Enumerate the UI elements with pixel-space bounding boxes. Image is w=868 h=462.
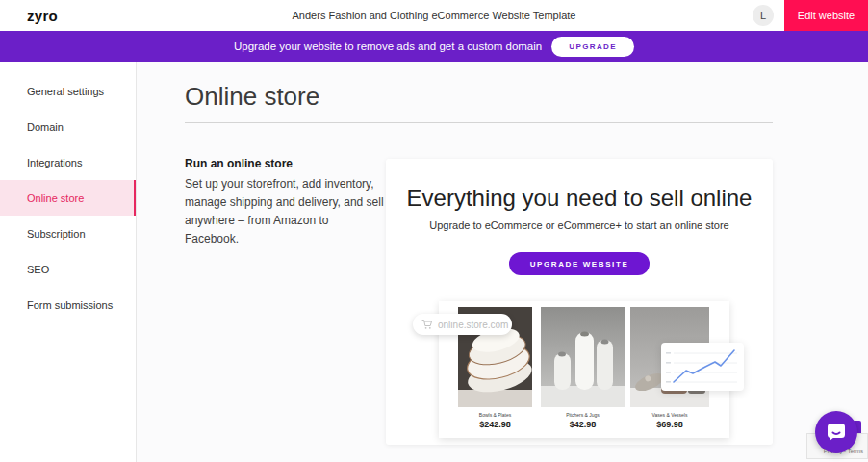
title-divider — [185, 122, 773, 123]
sidebar-item-seo[interactable]: SEO — [0, 251, 136, 287]
live-chat-button[interactable] — [815, 411, 857, 453]
upgrade-website-button[interactable]: UPGRADE WEBSITE — [509, 252, 651, 275]
sidebar-item-integrations[interactable]: Integrations — [0, 144, 136, 180]
line-chart-illustration — [661, 343, 744, 391]
sales-chart-card — [661, 343, 744, 391]
product-image-pitchers-and-jugs — [541, 307, 625, 407]
product-price: $69.98 — [630, 420, 709, 429]
upsell-subheading: Upgrade to eCommerce or eCommerce+ to st… — [386, 219, 773, 231]
sidebar-item-subscription[interactable]: Subscription — [0, 216, 136, 251]
run-online-store-description: Set up your storefront, add inventory, m… — [185, 175, 385, 248]
product-name: Bowls & Plates — [458, 412, 532, 418]
product-price: $42.98 — [541, 420, 625, 429]
product-card-pitchers: Pitchers & Jugs $42.98 — [541, 307, 625, 429]
sidebar-item-online-store[interactable]: Online store — [0, 180, 136, 216]
upsell-heading: Everything you need to sell online — [386, 185, 773, 212]
page-title: Online store — [185, 82, 319, 112]
top-bar: zyro Anders Fashion and Clothing eCommer… — [0, 0, 868, 31]
product-name: Pitchers & Jugs — [541, 412, 625, 418]
settings-sidebar: General settings Domain Integrations Onl… — [0, 62, 137, 462]
run-online-store-heading: Run an online store — [185, 157, 293, 170]
product-name: Vases & Vessels — [630, 412, 709, 418]
sidebar-item-domain[interactable]: Domain — [0, 109, 136, 144]
website-template-title: Anders Fashion and Clothing eCommerce We… — [0, 10, 868, 21]
ecommerce-upsell-card: Everything you need to sell online Upgra… — [386, 159, 773, 445]
user-avatar[interactable]: L — [753, 5, 774, 26]
banner-upgrade-button[interactable]: UPGRADE — [551, 37, 634, 57]
store-url-pill: online.store.com — [413, 314, 512, 335]
shopping-cart-icon — [421, 319, 433, 330]
store-url-text: online.store.com — [438, 320, 508, 330]
upgrade-banner: Upgrade your website to remove ads and g… — [0, 31, 868, 62]
upgrade-banner-message: Upgrade your website to remove ads and g… — [234, 40, 542, 52]
product-price: $242.98 — [458, 420, 532, 429]
edit-website-button[interactable]: Edit website — [784, 0, 868, 31]
app-window: zyro Anders Fashion and Clothing eCommer… — [0, 0, 868, 462]
chat-bubble-icon — [824, 420, 849, 445]
sidebar-item-general-settings[interactable]: General settings — [0, 73, 136, 109]
sidebar-item-form-submissions[interactable]: Form submissions — [0, 287, 136, 322]
